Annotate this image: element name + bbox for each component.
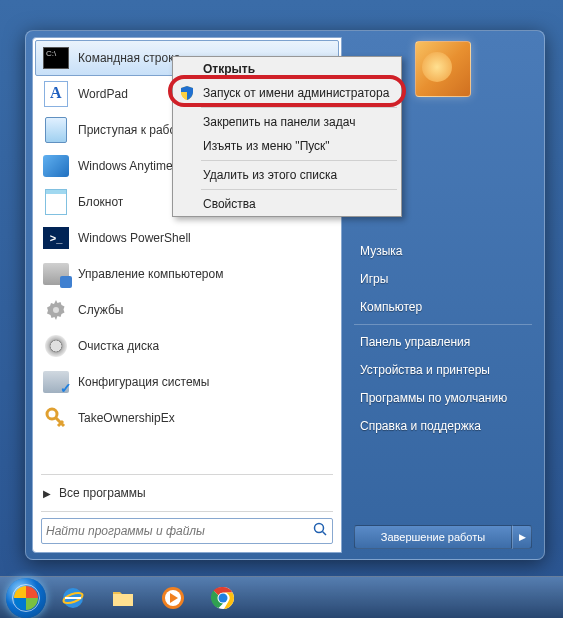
cmd-icon — [42, 44, 70, 72]
user-picture[interactable] — [415, 41, 471, 97]
disk-cleanup-icon — [42, 332, 70, 360]
powershell-icon: >_ — [42, 224, 70, 252]
right-item-default-programs[interactable]: Программы по умолчанию — [354, 384, 532, 412]
wordpad-icon — [42, 80, 70, 108]
program-item-powershell[interactable]: >_ Windows PowerShell — [35, 220, 339, 256]
search-box[interactable] — [41, 518, 333, 544]
shutdown-options-button[interactable]: ▶ — [512, 525, 532, 549]
taskbar — [0, 576, 563, 618]
media-player-icon — [160, 585, 186, 611]
start-button[interactable] — [6, 578, 46, 618]
arrow-right-icon: ▶ — [43, 488, 51, 499]
shutdown-row: Завершение работы ▶ — [354, 525, 532, 549]
program-label: Блокнот — [78, 195, 123, 209]
program-item-services[interactable]: Службы — [35, 292, 339, 328]
computer-management-icon — [42, 260, 70, 288]
right-item-devices[interactable]: Устройства и принтеры — [354, 356, 532, 384]
program-label: Службы — [78, 303, 123, 317]
ctx-remove-from-list[interactable]: Удалить из этого списка — [173, 163, 401, 187]
svg-line-4 — [323, 532, 327, 536]
ctx-run-as-admin[interactable]: Запуск от имени администратора — [173, 81, 401, 105]
services-icon — [42, 296, 70, 324]
taskbar-ie[interactable] — [50, 581, 96, 615]
separator — [201, 160, 397, 161]
folder-icon — [110, 585, 136, 611]
program-item-computer-management[interactable]: Управление компьютером — [35, 256, 339, 292]
ie-icon — [60, 585, 86, 611]
ctx-properties[interactable]: Свойства — [173, 192, 401, 216]
ctx-pin-taskbar[interactable]: Закрепить на панели задач — [173, 110, 401, 134]
program-label: Управление компьютером — [78, 267, 223, 281]
taskbar-media-player[interactable] — [150, 581, 196, 615]
uac-shield-icon — [179, 85, 195, 101]
right-item-games[interactable]: Игры — [354, 265, 532, 293]
right-item-help[interactable]: Справка и поддержка — [354, 412, 532, 440]
program-label: TakeOwnershipEx — [78, 411, 175, 425]
program-label: Конфигурация системы — [78, 375, 209, 389]
separator — [41, 511, 333, 512]
search-icon[interactable] — [312, 521, 328, 541]
taskbar-explorer[interactable] — [100, 581, 146, 615]
program-item-takeownership[interactable]: TakeOwnershipEx — [35, 400, 339, 436]
notepad-icon — [42, 188, 70, 216]
program-label: Очистка диска — [78, 339, 159, 353]
svg-point-3 — [315, 524, 324, 533]
program-item-disk-cleanup[interactable]: Очистка диска — [35, 328, 339, 364]
program-label: Windows PowerShell — [78, 231, 191, 245]
search-input[interactable] — [46, 524, 312, 538]
program-label: WordPad — [78, 87, 128, 101]
separator — [354, 324, 532, 325]
program-label: Командная строка — [78, 51, 180, 65]
all-programs-button[interactable]: ▶ Все программы — [33, 477, 341, 509]
shutdown-button[interactable]: Завершение работы — [354, 525, 512, 549]
ctx-run-as-admin-label: Запуск от имени администратора — [203, 86, 389, 100]
separator — [41, 474, 333, 475]
separator — [201, 107, 397, 108]
key-icon — [42, 404, 70, 432]
separator — [201, 189, 397, 190]
anytime-upgrade-icon — [42, 152, 70, 180]
ctx-remove-from-start[interactable]: Изъять из меню "Пуск" — [173, 134, 401, 158]
right-item-control-panel[interactable]: Панель управления — [354, 328, 532, 356]
right-item-music[interactable]: Музыка — [354, 237, 532, 265]
program-item-msconfig[interactable]: Конфигурация системы — [35, 364, 339, 400]
context-menu: Открыть Запуск от имени администратора З… — [172, 56, 402, 217]
right-item-computer[interactable]: Компьютер — [354, 293, 532, 321]
svg-point-1 — [53, 307, 59, 313]
taskbar-chrome[interactable] — [200, 581, 246, 615]
getting-started-icon — [42, 116, 70, 144]
chrome-icon — [210, 585, 236, 611]
all-programs-label: Все программы — [59, 486, 146, 500]
ctx-open[interactable]: Открыть — [173, 57, 401, 81]
msconfig-icon — [42, 368, 70, 396]
